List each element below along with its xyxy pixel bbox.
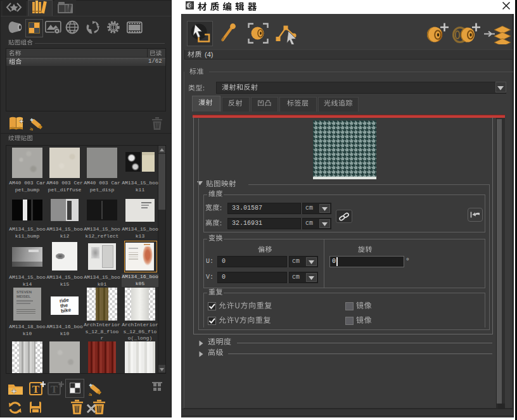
- svg-text:T: T: [51, 383, 58, 395]
- svg-text:T: T: [32, 383, 40, 395]
